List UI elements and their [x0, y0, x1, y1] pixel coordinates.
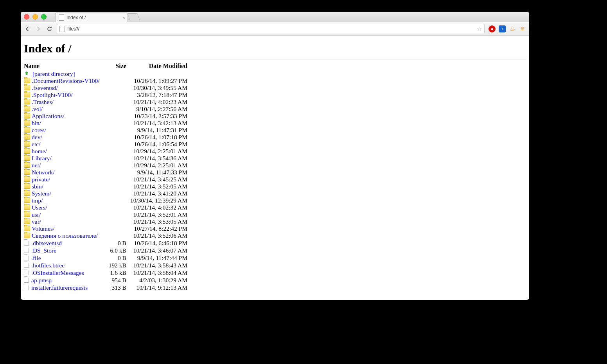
tab-close-button[interactable]: ×: [123, 15, 125, 20]
entry-link[interactable]: tmp/: [32, 197, 43, 204]
listing-row: System/10/21/14, 3:41:20 AM: [24, 190, 189, 197]
col-date: Date Modified: [128, 62, 189, 70]
parent-directory-link[interactable]: [parent directory]: [32, 70, 75, 77]
entry-date: 9/9/14, 11:47:33 PM: [128, 169, 189, 176]
listing-row: .Trashes/10/21/14, 4:02:23 AM: [24, 99, 189, 106]
entry-link[interactable]: System/: [32, 190, 51, 197]
listing-row: private/10/21/14, 3:45:25 AM: [24, 176, 189, 183]
window-zoom-button[interactable]: [41, 14, 47, 20]
entry-size: [108, 190, 128, 197]
folder-icon: [24, 106, 30, 111]
entry-size: 192 kB: [108, 262, 128, 269]
listing-row: .Spotlight-V100/3/28/12, 7:18:47 PM: [24, 91, 189, 99]
entry-link[interactable]: .fseventsd/: [32, 84, 58, 91]
entry-date: 10/21/14, 3:46:07 AM: [128, 247, 189, 254]
divider: [24, 59, 526, 59]
reload-button[interactable]: [46, 26, 53, 32]
listing-row: .DS_Store6.0 kB10/21/14, 3:46:07 AM: [24, 247, 189, 254]
address-bar[interactable]: file:/// ☆: [57, 24, 485, 34]
folder-icon: [24, 226, 30, 231]
entry-link[interactable]: Library/: [32, 155, 52, 161]
folder-icon: [24, 92, 30, 97]
folder-icon: [24, 78, 30, 83]
tab-title: Index of /: [66, 15, 86, 20]
entry-link[interactable]: private/: [32, 176, 50, 183]
entry-link[interactable]: .file: [31, 255, 41, 261]
entry-size: [108, 197, 128, 204]
entry-link[interactable]: .Spotlight-V100/: [32, 91, 73, 98]
entry-date: 10/21/14, 3:52:05 AM: [128, 183, 189, 190]
entry-link[interactable]: ap.pmsp: [31, 277, 52, 283]
entry-size: [108, 162, 128, 169]
extension-tv-icon[interactable]: T: [499, 25, 506, 32]
entry-link[interactable]: Users/: [32, 204, 47, 211]
window-minimize-button[interactable]: [32, 14, 38, 20]
listing-row: .vol/9/10/14, 2:27:56 AM: [24, 106, 189, 113]
entry-date: 10/23/14, 2:57:33 PM: [128, 113, 189, 120]
entry-link[interactable]: dev/: [32, 134, 42, 140]
entry-link[interactable]: bin/: [32, 120, 41, 126]
entry-date: 10/30/14, 3:49:55 AM: [128, 84, 189, 91]
entry-date: 10/21/14, 3:52:06 AM: [128, 232, 189, 239]
entry-date: 4/2/03, 1:30:29 AM: [128, 276, 189, 284]
file-icon: [24, 276, 29, 283]
listing-row: sbin/10/21/14, 3:52:05 AM: [24, 183, 189, 190]
arrow-left-icon: [25, 26, 30, 32]
entry-link[interactable]: Volumes/: [32, 225, 54, 232]
entry-date: 10/21/14, 3:42:13 AM: [128, 120, 189, 127]
entry-link[interactable]: cores/: [32, 127, 46, 133]
entry-link[interactable]: .dbfseventsd: [31, 240, 62, 246]
folder-icon: [24, 99, 30, 104]
entry-link[interactable]: .DocumentRevisions-V100/: [32, 77, 100, 84]
entry-size: [108, 77, 128, 84]
entry-date: 10/30/14, 12:39:29 AM: [128, 197, 189, 204]
listing-row: Network/9/9/14, 11:47:33 PM: [24, 169, 189, 176]
extension-flame-icon[interactable]: ♨: [509, 25, 516, 32]
up-icon: [24, 71, 29, 76]
folder-icon: [24, 113, 30, 118]
entry-link[interactable]: sbin/: [32, 183, 43, 190]
folder-icon: [24, 162, 30, 168]
entry-date: 9/9/14, 11:47:31 PM: [128, 127, 189, 134]
entry-link[interactable]: .Trashes/: [32, 99, 54, 105]
entry-link[interactable]: home/: [32, 148, 47, 154]
entry-date: 10/21/14, 3:41:20 AM: [128, 190, 189, 197]
folder-icon: [24, 219, 30, 224]
listing-row: .file0 B9/9/14, 11:47:44 PM: [24, 254, 189, 262]
forward-button[interactable]: [35, 26, 42, 32]
extension-lastfm-icon[interactable]: ●: [488, 25, 496, 32]
entry-link[interactable]: var/: [32, 218, 41, 225]
chrome-menu-button[interactable]: ≡: [519, 25, 526, 32]
back-button[interactable]: [24, 26, 31, 32]
entry-link[interactable]: usr/: [32, 211, 41, 218]
entry-date: 10/29/14, 2:25:01 AM: [128, 162, 189, 169]
listing-row: Volumes/10/27/14, 8:22:42 PM: [24, 225, 189, 232]
entry-size: 313 B: [108, 284, 128, 291]
window-close-button[interactable]: [24, 14, 29, 20]
directory-listing: Name Size Date Modified [parent director…: [24, 62, 189, 291]
entry-size: [108, 99, 128, 106]
entry-size: [108, 211, 128, 218]
entry-link[interactable]: .hotfiles.btree: [31, 262, 65, 269]
entry-link[interactable]: net/: [32, 162, 41, 169]
entry-date: 10/21/14, 3:45:25 AM: [128, 176, 189, 183]
entry-link[interactable]: Network/: [32, 169, 55, 176]
bookmark-star-icon[interactable]: ☆: [477, 25, 482, 32]
new-tab-button[interactable]: [127, 13, 140, 21]
listing-row: Library/10/21/14, 3:54:36 AM: [24, 155, 189, 162]
entry-link[interactable]: Applications/: [32, 113, 65, 119]
page-content: Index of / Name Size Date Modified: [21, 36, 529, 300]
entry-link[interactable]: Сведения о пользователе/: [32, 232, 98, 239]
folder-icon: [24, 204, 30, 210]
entry-size: 0 B: [108, 239, 128, 247]
entry-date: 10/26/14, 1:07:18 PM: [128, 134, 189, 141]
browser-tab[interactable]: Index of / ×: [55, 13, 128, 22]
entry-link[interactable]: etc/: [32, 141, 40, 147]
folder-icon: [24, 120, 30, 126]
entry-link[interactable]: .vol/: [32, 106, 43, 112]
listing-row: net/10/29/14, 2:25:01 AM: [24, 162, 189, 169]
entry-link[interactable]: .DS_Store: [31, 247, 56, 254]
entry-link[interactable]: .OSInstallerMessages: [31, 269, 84, 276]
folder-icon: [24, 148, 30, 154]
entry-link[interactable]: installer.failurerequests: [31, 284, 88, 291]
